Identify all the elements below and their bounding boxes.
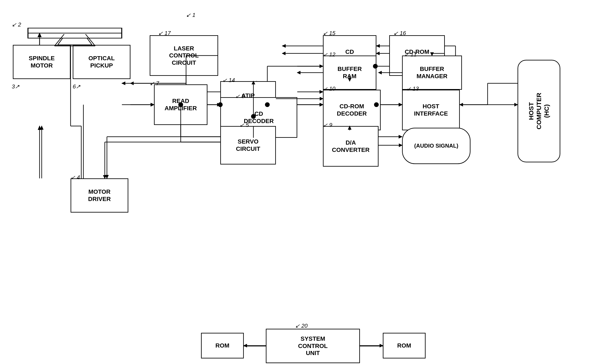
svg-marker-61 bbox=[38, 126, 41, 130]
svg-marker-123 bbox=[399, 144, 402, 147]
svg-marker-24 bbox=[320, 65, 323, 68]
audio-signal-label: (AUDIO SIGNAL) bbox=[414, 143, 458, 149]
audio-signal-block: (AUDIO SIGNAL) bbox=[402, 128, 470, 164]
svg-marker-116 bbox=[103, 175, 106, 178]
optical-pickup-label: OPTICALPICKUP bbox=[89, 55, 115, 69]
buffer-manager-block: BUFFERMANAGER bbox=[402, 55, 462, 90]
rom-left-label: ROM bbox=[215, 342, 229, 349]
junction-dot-read-amp bbox=[178, 102, 183, 107]
svg-marker-92 bbox=[515, 103, 518, 106]
ref-14: ↙ 14 bbox=[222, 77, 235, 84]
optical-pickup-block: OPTICALPICKUP bbox=[73, 45, 130, 79]
rom-right-block: ROM bbox=[383, 333, 426, 358]
servo-circuit-label: SERVOCIRCUIT bbox=[236, 138, 260, 152]
ref-13: ↙ 13 bbox=[406, 85, 419, 92]
svg-marker-103 bbox=[282, 52, 285, 55]
svg-marker-7 bbox=[151, 103, 154, 106]
svg-marker-11 bbox=[320, 103, 323, 106]
spindle-motor-label: SPINDLEMOTOR bbox=[29, 55, 55, 69]
ref-15: ↙ 15 bbox=[323, 30, 335, 37]
system-control-label: SYSTEMCONTROLUNIT bbox=[298, 335, 328, 357]
servo-circuit-block: SERVOCIRCUIT bbox=[220, 126, 276, 165]
spindle-motor-block: SPINDLEMOTOR bbox=[13, 45, 70, 79]
da-converter-block: D/ACONVERTER bbox=[323, 126, 379, 167]
svg-marker-132 bbox=[379, 71, 382, 74]
ref-4: ↙ 4 bbox=[70, 174, 80, 181]
svg-marker-99 bbox=[376, 52, 379, 55]
buffer-ram-block: BUFFERRAM bbox=[323, 55, 376, 90]
svg-marker-109 bbox=[320, 97, 323, 100]
svg-marker-88 bbox=[399, 103, 402, 106]
ref-9: ↙ 9 bbox=[323, 122, 332, 128]
rom-right-label: ROM bbox=[397, 342, 411, 349]
ref-11: ↙ 11 bbox=[404, 51, 417, 58]
junction-dot-cd-decoder bbox=[265, 102, 270, 107]
ref-7: ↙ 7 bbox=[150, 80, 159, 87]
motor-driver-block: MOTORDRIVER bbox=[70, 178, 128, 213]
svg-marker-134 bbox=[297, 71, 300, 74]
svg-marker-13 bbox=[399, 103, 402, 106]
laser-control-label: LASERCONTROLCIRCUIT bbox=[169, 45, 199, 66]
svg-marker-82 bbox=[151, 103, 154, 106]
ref-6: 6↗ bbox=[73, 83, 80, 90]
ref-2: ↙ 2 bbox=[12, 21, 21, 28]
host-interface-label: HOSTINTERFACE bbox=[414, 103, 448, 117]
svg-marker-129 bbox=[380, 344, 383, 347]
disc-block bbox=[28, 28, 122, 39]
ref-8: ↙ 8 bbox=[235, 93, 245, 100]
host-computer-label: HOSTCOMPUTER(HC) bbox=[527, 93, 550, 130]
host-interface-block: HOSTINTERFACE bbox=[402, 90, 460, 130]
svg-marker-86 bbox=[320, 103, 323, 106]
svg-marker-127 bbox=[244, 344, 247, 347]
da-converter-label: D/ACONVERTER bbox=[332, 139, 370, 153]
ref-3: 3↗ bbox=[12, 83, 19, 90]
svg-marker-30 bbox=[376, 44, 380, 47]
diagram: ↙ 1 ↙ 2 SPINDLEMOTOR 3↗ OPTICALPICKUP 6↗… bbox=[0, 0, 605, 364]
rom-left-block: ROM bbox=[201, 333, 244, 358]
svg-marker-121 bbox=[40, 126, 43, 130]
laser-control-block: LASERCONTROLCIRCUIT bbox=[150, 35, 218, 76]
svg-marker-84 bbox=[217, 103, 220, 106]
svg-marker-48 bbox=[105, 175, 109, 178]
ref-5: ↙ 5 bbox=[239, 122, 249, 128]
motor-driver-label: MOTORDRIVER bbox=[88, 188, 111, 203]
ref-16: ↙ 16 bbox=[394, 30, 406, 37]
host-computer-block: HOSTCOMPUTER(HC) bbox=[518, 60, 560, 162]
cdrom-decoder-label: CD-ROMDECODER bbox=[337, 103, 367, 117]
system-control-block: SYSTEMCONTROLUNIT bbox=[266, 329, 360, 363]
svg-marker-107 bbox=[130, 82, 133, 85]
buffer-manager-label: BUFFERMANAGER bbox=[417, 65, 448, 80]
buffer-ram-label: BUFFERRAM bbox=[337, 65, 362, 80]
junction-dot-cdrom-decoder bbox=[374, 102, 379, 107]
svg-marker-93 bbox=[460, 103, 463, 106]
ref-20: ↙ 20 bbox=[295, 323, 307, 329]
ref-12: ↙ 12 bbox=[323, 51, 335, 58]
ref-1: ↙ 1 bbox=[186, 12, 195, 18]
ref-17: ↙ 17 bbox=[158, 30, 171, 37]
svg-marker-34 bbox=[282, 44, 286, 47]
ref-10: ↙ 10 bbox=[323, 85, 335, 92]
svg-marker-38 bbox=[122, 82, 125, 85]
svg-marker-40 bbox=[320, 90, 323, 93]
svg-marker-57 bbox=[399, 135, 402, 138]
